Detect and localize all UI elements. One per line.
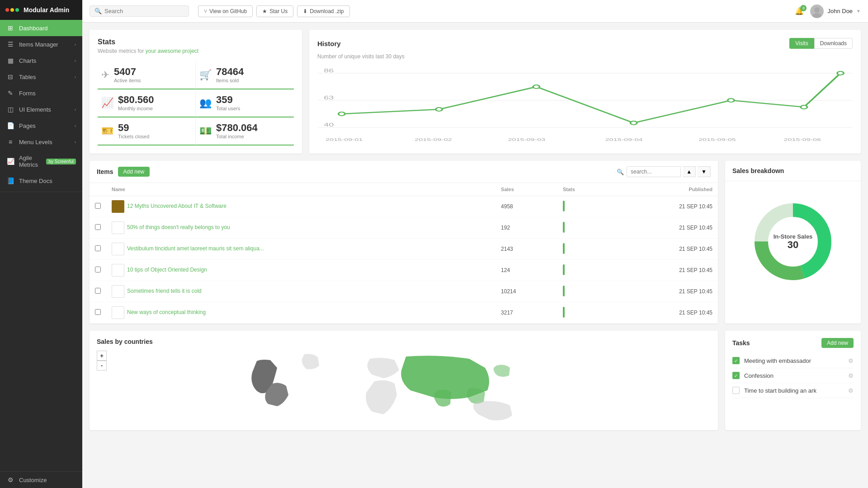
item-link[interactable]: 12 Myths Uncovered About IT & Software	[127, 203, 226, 209]
bottom-row: Sales by countries + -	[90, 331, 861, 430]
svg-text:2015-09-05: 2015-09-05	[698, 137, 736, 142]
row-checkbox[interactable]	[90, 196, 106, 217]
pages-icon: 📄	[6, 122, 14, 129]
add-task-button[interactable]: Add new	[821, 338, 854, 348]
item-link[interactable]: 50% of things doesn't really belongs to …	[127, 224, 230, 230]
row-stats	[557, 260, 612, 281]
items-card: Items Add new 🔍 ▲ ▼ Name Sales	[90, 161, 718, 324]
stats-link[interactable]: your awesome project	[146, 48, 198, 54]
add-item-button[interactable]: Add new	[118, 167, 150, 177]
tables-icon: ⊟	[6, 73, 14, 80]
avatar	[810, 5, 824, 18]
sidebar-item-label: Menu Levels	[19, 139, 70, 145]
row-name: New ways of conceptual thinking	[106, 302, 495, 324]
stat-icon: 🛒	[199, 69, 212, 81]
sidebar-item-label: Theme Docs	[19, 178, 76, 184]
table-row: Sometimes friend tells it is cold 10214 …	[90, 281, 718, 302]
sidebar-item-charts[interactable]: ▦ Charts ›	[0, 52, 82, 69]
github-button[interactable]: ⑂ View on GitHub	[198, 5, 253, 17]
tasks-title: Tasks	[732, 339, 750, 347]
chart-subtitle: Number of unique visits last 30 days	[317, 53, 853, 60]
gear-icon[interactable]: ⚙	[848, 387, 854, 394]
search-input[interactable]	[104, 8, 177, 14]
items-table: Name Sales Stats Published 12 Myths Unco…	[90, 183, 718, 324]
sidebar-item-items-manager[interactable]: ☰ Items Manager ›	[0, 36, 82, 52]
row-published: 21 SEP 10:45	[612, 196, 718, 217]
zoom-in-button[interactable]: +	[97, 351, 107, 361]
sidebar-header: Modular Admin	[0, 0, 82, 20]
notifications-button[interactable]: 🔔 8	[795, 7, 804, 15]
gear-icon[interactable]: ⚙	[848, 357, 854, 364]
task-checkbox[interactable]	[732, 387, 740, 394]
sidebar-item-label: UI Elements	[19, 106, 70, 113]
task-checkbox[interactable]: ✓	[732, 372, 740, 379]
task-label: Confession	[744, 372, 844, 379]
star-label: Star Us	[269, 8, 288, 14]
sidebar-item-label: Forms	[19, 90, 76, 97]
row-published: 21 SEP 10:45	[612, 281, 718, 302]
tab-visits[interactable]: Visits	[789, 38, 814, 49]
user-menu[interactable]: John Doe ▼	[810, 5, 861, 18]
table-row: 50% of things doesn't really belongs to …	[90, 217, 718, 239]
stat-item: 🛒 78464 Items sold	[196, 61, 294, 89]
search-box[interactable]: 🔍	[90, 5, 189, 17]
svg-text:86: 86	[324, 68, 334, 73]
item-link[interactable]: New ways of conceptual thinking	[127, 309, 206, 315]
item-link[interactable]: Sometimes friend tells it is cold	[127, 288, 202, 294]
row-checkbox[interactable]	[90, 302, 106, 324]
sidebar-item-tables[interactable]: ⊟ Tables ›	[0, 69, 82, 85]
download-button[interactable]: ⬇ Download .zip	[297, 5, 349, 17]
table-row: New ways of conceptual thinking 3217 21 …	[90, 302, 718, 324]
gear-icon[interactable]: ⚙	[848, 372, 854, 379]
sidebar-item-label: Agile Metrics	[19, 155, 40, 168]
world-map-svg	[234, 352, 573, 422]
sidebar-item-menu-levels[interactable]: ≡ Menu Levels ›	[0, 134, 82, 150]
sidebar-item-customize[interactable]: ⚙ Customize	[0, 472, 82, 488]
sidebar-item-dashboard[interactable]: ⊞ Dashboard	[0, 20, 82, 36]
tab-downloads[interactable]: Downloads	[814, 38, 853, 49]
countries-title: Sales by countries	[97, 338, 711, 345]
download-label: Download .zip	[310, 8, 344, 14]
table-row: 10 tips of Object Oriented Design 124 21…	[90, 260, 718, 281]
dashboard-icon: ⊞	[6, 24, 14, 32]
sidebar-item-theme-docs[interactable]: 📘 Theme Docs	[0, 173, 82, 189]
item-link[interactable]: 10 tips of Object Oriented Design	[127, 267, 207, 273]
sidebar-item-pages[interactable]: 📄 Pages ›	[0, 117, 82, 134]
row-checkbox[interactable]	[90, 281, 106, 302]
sidebar-divider	[0, 192, 82, 192]
star-button[interactable]: ★ Star Us	[256, 5, 293, 17]
row-name: 12 Myths Uncovered About IT & Software	[106, 196, 495, 217]
stat-item: 📈 $80.560 Monthly income	[98, 89, 196, 117]
forms-icon: ✎	[6, 89, 14, 97]
row-stats	[557, 302, 612, 324]
topbar-right: 🔔 8 John Doe ▼	[795, 5, 861, 18]
row-name: Sometimes friend tells it is cold	[106, 281, 495, 302]
item-link[interactable]: Vestibulum tincidunt amet laoreet mauris…	[127, 245, 264, 252]
zoom-out-button[interactable]: -	[97, 361, 107, 371]
stat-value: $780.064	[216, 123, 258, 133]
row-sales: 2143	[495, 239, 557, 260]
user-name: John Doe	[827, 8, 853, 14]
sidebar-item-agile-metrics[interactable]: 📈 Agile Metrics by Screenful	[0, 150, 82, 173]
sidebar-item-forms[interactable]: ✎ Forms	[0, 85, 82, 101]
col-name: Name	[106, 183, 495, 196]
row-checkbox[interactable]	[90, 239, 106, 260]
svg-text:30: 30	[788, 239, 798, 250]
row-checkbox[interactable]	[90, 260, 106, 281]
sidebar-item-ui-elements[interactable]: ◫ UI Elements ›	[0, 101, 82, 117]
task-checkbox[interactable]: ✓	[732, 357, 740, 364]
sort-asc-button[interactable]: ▲	[683, 166, 696, 177]
sidebar-item-label: Dashboard	[19, 25, 76, 32]
chevron-right-icon: ›	[75, 75, 76, 80]
row-checkbox[interactable]	[90, 217, 106, 239]
sales-breakdown-card: Sales breakdown In-Store Sales 30	[725, 161, 861, 324]
sort-desc-button[interactable]: ▼	[698, 166, 711, 177]
stats-card: Stats Website metrics for your awesome p…	[90, 30, 302, 154]
items-search-input[interactable]	[627, 166, 681, 177]
countries-card: Sales by countries + -	[90, 331, 718, 430]
metrics-icon: 📈	[6, 158, 14, 165]
svg-point-0	[814, 7, 820, 13]
col-published: Published	[612, 183, 718, 196]
table-row: Vestibulum tincidunt amet laoreet mauris…	[90, 239, 718, 260]
list-item: Time to start building an ark ⚙	[732, 383, 854, 398]
